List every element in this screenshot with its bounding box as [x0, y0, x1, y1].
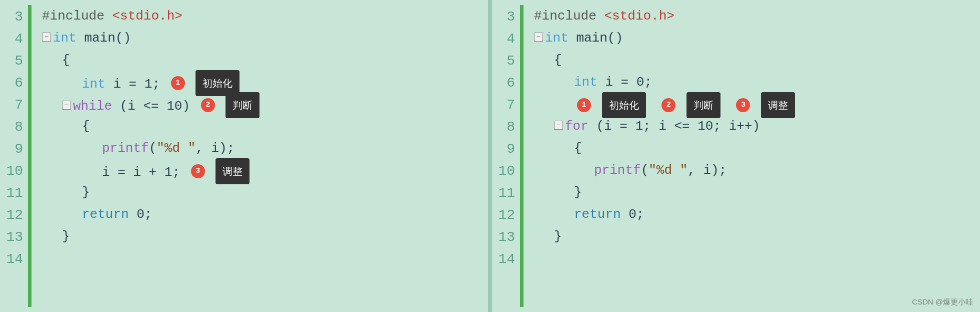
right-code-line-12: return 0; [534, 203, 980, 225]
r-kw-int-i: int [574, 75, 598, 90]
r-main-func: main() [568, 31, 623, 46]
badge-1-left: 1 [171, 76, 185, 90]
line-num: 13 [492, 226, 515, 248]
code-line-13: } [42, 225, 488, 247]
line-num: 3 [0, 6, 23, 28]
r-include-keyword: #include [534, 9, 604, 24]
kw-return: return [82, 207, 129, 222]
stdio-header: <stdio.h> [112, 9, 182, 24]
kw-for: for [565, 119, 588, 134]
kw-int: int [53, 31, 76, 46]
right-green-bar [520, 5, 524, 307]
code-line-10: i = i + 1; 3 调整 [42, 159, 488, 181]
r-tooltip-judge: 判断 [686, 92, 720, 118]
right-code-line-3: #include <stdio.h> [534, 5, 980, 27]
line-num: 12 [0, 204, 23, 226]
right-code-line-8: −for (i = 1; i <= 10; i++) [534, 115, 980, 137]
r-brace-open: { [554, 53, 562, 68]
line-num: 3 [492, 6, 515, 28]
r-collapse-button-4[interactable]: − [534, 33, 543, 42]
r-kw-return: return [574, 207, 621, 222]
right-panel: 3 4 5 6 7 8 9 10 11 12 13 14 #include <s… [492, 0, 980, 312]
r-kw-int: int [545, 31, 568, 46]
r-brace-close-main: } [554, 229, 562, 244]
code-line-9: printf("%d ", i); [42, 137, 488, 159]
r-printf-fn: printf [594, 163, 641, 178]
r-badge-1: 1 [577, 98, 591, 112]
line-num: 9 [0, 138, 23, 160]
right-line-numbers: 3 4 5 6 7 8 9 10 11 12 13 14 [492, 5, 520, 307]
code-line-8: { [42, 115, 488, 137]
watermark: CSDN @爆更小哇 [912, 297, 973, 307]
right-code-line-4: −int main() [534, 27, 980, 49]
tooltip-judge-left: 判断 [226, 92, 260, 118]
printf-str: "%d " [156, 141, 196, 156]
r-brace-close-2: } [574, 185, 582, 200]
brace-close-2: } [82, 185, 90, 200]
right-code-line-5: { [534, 49, 980, 71]
brace-open-2: { [82, 119, 90, 134]
printf-open: ( [149, 141, 157, 156]
line-num: 9 [492, 138, 515, 160]
line-num: 14 [0, 248, 23, 270]
r-badge-2: 2 [662, 98, 676, 112]
left-code-area: #include <stdio.h> −int main() { int i =… [28, 5, 488, 307]
main-func: main() [76, 31, 131, 46]
code-line-7: −while (i <= 10) 2 判断 [42, 93, 488, 115]
right-code-line-9: { [534, 137, 980, 159]
line-num: 14 [492, 248, 515, 270]
r-brace-open-2: { [574, 141, 582, 156]
r-tooltip-init: 初始化 [602, 92, 646, 118]
line-num: 5 [0, 50, 23, 72]
left-code-content: #include <stdio.h> −int main() { int i =… [33, 5, 488, 269]
panel-divider [488, 0, 492, 312]
brace-close-main: } [62, 229, 70, 244]
right-code-line-6: int i = 0; [534, 71, 980, 93]
r-printf-args: , i); [688, 163, 726, 178]
right-code-area: #include <stdio.h> −int main() { int i =… [520, 5, 980, 307]
line-num: 7 [0, 94, 23, 116]
i-increment: i = i + 1; [102, 165, 180, 180]
line-num: 11 [0, 182, 23, 204]
i-init: i = 1; [106, 77, 160, 92]
r-collapse-button-8[interactable]: − [554, 121, 563, 130]
right-code-line-10: printf("%d ", i); [534, 159, 980, 181]
right-code-line-13: } [534, 225, 980, 247]
line-num: 12 [492, 204, 515, 226]
line-num: 5 [492, 50, 515, 72]
badge-2-left: 2 [201, 98, 215, 112]
badge-3-left: 3 [191, 164, 205, 178]
return-val: 0; [129, 207, 152, 222]
kw-int-i: int [82, 77, 106, 92]
include-keyword: #include [42, 9, 112, 24]
line-num: 6 [0, 72, 23, 94]
collapse-button-7[interactable]: − [62, 101, 71, 110]
line-num: 8 [492, 116, 515, 138]
right-code-line-11: } [534, 181, 980, 203]
r-printf-str: "%d " [648, 163, 688, 178]
kw-while: while [73, 99, 112, 114]
for-cond: (i = 1; i <= 10; i++) [588, 119, 760, 134]
code-line-12: return 0; [42, 203, 488, 225]
left-line-numbers: 3 4 5 6 7 8 9 10 11 12 13 14 [0, 5, 28, 307]
line-num: 4 [0, 28, 23, 50]
printf-args: , i); [196, 141, 234, 156]
while-cond: (i <= 10) [112, 99, 190, 114]
collapse-button-4[interactable]: − [42, 33, 51, 42]
right-code-line-14 [534, 247, 980, 269]
r-stdio-header: <stdio.h> [604, 9, 674, 24]
line-num: 13 [0, 226, 23, 248]
code-line-3: #include <stdio.h> [42, 5, 488, 27]
r-return-val: 0; [621, 207, 644, 222]
line-num: 10 [0, 160, 23, 182]
right-code-content: #include <stdio.h> −int main() { int i =… [525, 5, 980, 269]
tooltip-adjust-left: 调整 [216, 158, 250, 184]
brace-open: { [62, 53, 70, 68]
r-i-init: i = 0; [598, 75, 652, 90]
r-badge-3: 3 [736, 98, 750, 112]
line-num: 6 [492, 72, 515, 94]
left-panel: 3 4 5 6 7 8 9 10 11 12 13 14 #include <s… [0, 0, 488, 312]
right-code-line-7: 1 初始化 2 判断 3 调整 [534, 93, 980, 115]
line-num: 4 [492, 28, 515, 50]
line-num: 10 [492, 160, 515, 182]
